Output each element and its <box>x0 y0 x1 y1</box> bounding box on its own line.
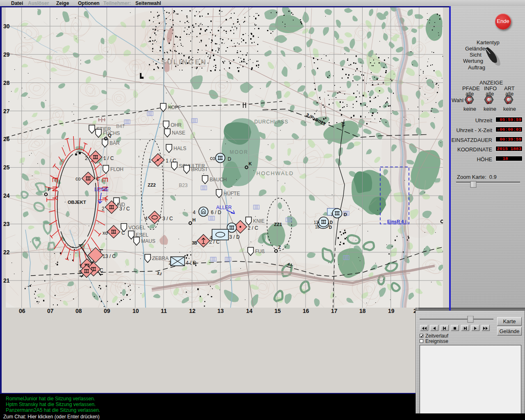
svg-text:4: 4 <box>210 235 212 241</box>
svg-text:OHR: OHR <box>171 122 182 128</box>
svg-text:D: D <box>344 212 347 217</box>
svg-text:22: 22 <box>3 249 10 256</box>
svg-text:AL: AL <box>340 121 346 128</box>
svg-text:4: 4 <box>193 210 196 215</box>
svg-text:MAUS: MAUS <box>141 238 155 244</box>
svg-text:BRUST: BRUST <box>191 167 208 172</box>
svg-text:06: 06 <box>19 308 25 314</box>
svg-text:H: H <box>192 217 196 222</box>
svg-text:4: 4 <box>145 216 148 221</box>
svg-text:xo: xo <box>103 230 108 236</box>
svg-text:D: D <box>228 156 231 162</box>
svg-text:OBJEKT: OBJEKT <box>68 200 86 205</box>
svg-text:MOOR: MOOR <box>230 149 248 155</box>
svg-text:BAUCH: BAUCH <box>210 177 227 183</box>
svg-text:ENY: ENY <box>51 177 59 204</box>
svg-text:09: 09 <box>104 308 110 314</box>
svg-text:P: P <box>48 187 50 192</box>
svg-text:13 / C: 13 / C <box>103 253 116 259</box>
svg-text:C: C <box>100 267 103 273</box>
svg-text:LEINE: LEINE <box>94 187 109 192</box>
svg-text:13: 13 <box>217 308 224 314</box>
svg-text:3 / C: 3 / C <box>162 216 173 221</box>
svg-text:3 / D: 3 / D <box>229 234 240 240</box>
svg-text:D: D <box>330 220 333 225</box>
svg-text:SULINGEN: SULINGEN <box>161 58 207 66</box>
svg-text:NASE: NASE <box>172 130 185 136</box>
svg-text:2: 2 <box>102 206 105 212</box>
svg-text:B23: B23 <box>179 183 188 188</box>
svg-text:17: 17 <box>331 308 338 314</box>
svg-text:6 / D: 6 / D <box>211 210 221 215</box>
svg-text:08: 08 <box>75 308 82 314</box>
svg-text:1: 1 <box>148 158 151 164</box>
svg-text:13: 13 <box>314 220 319 225</box>
svg-text:3B: 3B <box>192 241 197 245</box>
svg-text:07: 07 <box>47 308 54 314</box>
svg-text:11: 11 <box>161 308 167 314</box>
svg-text:7: 7 <box>331 212 333 217</box>
svg-text:K: K <box>249 161 252 166</box>
svg-text:3 / C: 3 / C <box>119 206 130 212</box>
svg-text:29: 29 <box>3 51 10 58</box>
svg-text:19: 19 <box>388 308 395 314</box>
svg-text:18: 18 <box>359 308 366 314</box>
svg-text:16: 16 <box>303 308 309 314</box>
svg-text:7: 7 <box>79 264 82 269</box>
svg-text:BÄR: BÄR <box>110 140 120 146</box>
svg-text:Q: Q <box>108 133 112 138</box>
svg-text:co: co <box>75 176 81 182</box>
svg-text:KNIE: KNIE <box>253 218 265 224</box>
svg-text:25: 25 <box>3 164 10 171</box>
svg-text:ZZ1: ZZ1 <box>274 222 282 227</box>
svg-text:2: 2 <box>85 155 88 161</box>
svg-text:1 / C: 1 / C <box>166 158 176 164</box>
svg-text:15: 15 <box>274 308 281 314</box>
svg-text:D: D <box>329 225 332 230</box>
svg-text:21: 21 <box>3 277 10 284</box>
svg-text:12: 12 <box>189 308 196 314</box>
svg-text:KOPF: KOPF <box>168 105 181 110</box>
svg-text:24: 24 <box>3 192 10 199</box>
svg-text:18: 18 <box>315 225 320 229</box>
svg-text:co: co <box>210 155 215 161</box>
svg-text:4 / D: 4 / D <box>186 260 196 266</box>
svg-text:B47: B47 <box>116 123 125 129</box>
svg-text:VOGEL: VOGEL <box>128 225 146 231</box>
svg-text:FUCHS: FUCHS <box>103 130 120 136</box>
svg-text:FUß: FUß <box>255 249 265 254</box>
svg-text:27: 27 <box>3 108 10 114</box>
svg-text:FLOH: FLOH <box>110 167 123 172</box>
svg-text:C: C <box>121 230 125 236</box>
svg-text:1 / C: 1 / C <box>103 155 114 161</box>
svg-text:HÜFTE: HÜFTE <box>224 191 240 196</box>
svg-text:Z: Z <box>278 245 281 250</box>
svg-text:2 / C: 2 / C <box>248 225 258 231</box>
svg-text:28: 28 <box>3 80 10 86</box>
svg-text:10: 10 <box>132 308 139 314</box>
svg-text:23: 23 <box>3 221 10 227</box>
svg-text:EinsR 4 /-: EinsR 4 /- <box>387 219 408 224</box>
svg-text:DURCHLASS: DURCHLASS <box>254 119 288 125</box>
svg-text:HALS: HALS <box>173 146 186 151</box>
svg-text:30: 30 <box>3 23 10 30</box>
svg-text:2: 2 <box>169 260 171 266</box>
svg-text:26: 26 <box>3 136 10 142</box>
svg-text:HOCHWALD: HOCHWALD <box>256 170 294 176</box>
svg-text:9: 9 <box>79 269 82 275</box>
svg-text:C: C <box>96 176 100 182</box>
svg-text:ZZ2: ZZ2 <box>148 183 156 187</box>
svg-text:ZEBRA: ZEBRA <box>152 256 169 261</box>
svg-text:14: 14 <box>246 308 253 314</box>
